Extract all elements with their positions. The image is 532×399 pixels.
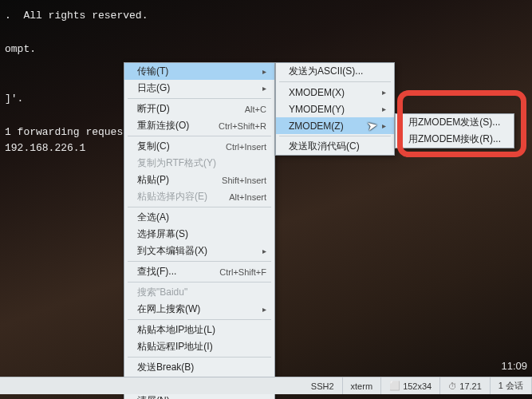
menu-separator — [128, 319, 271, 320]
terminal-line: . All rights reserved. — [5, 8, 527, 25]
context-menu-item-17: 搜索"Baidu" — [124, 284, 274, 301]
menu-separator — [128, 136, 271, 136]
context-menu-item-0[interactable]: 传输(T)▸ — [124, 63, 274, 80]
chevron-right-icon: ▸ — [377, 88, 386, 97]
terminal-line: ompt. — [5, 41, 527, 58]
context-menu-item-3[interactable]: 断开(D)Alt+C — [124, 101, 274, 117]
transfer-menu-item-3[interactable]: YMODEM(Y)▸ — [276, 101, 394, 117]
menu-item-label: 粘贴本地IP地址(L) — [137, 323, 266, 337]
context-menu-item-20[interactable]: 粘贴本地IP地址(L) — [124, 322, 274, 338]
submenu-zmodem[interactable]: 用ZMODEM发送(S)...用ZMODEM接收(R)... — [395, 113, 514, 148]
menu-separator — [279, 136, 391, 136]
menu-item-label: 传输(T) — [137, 65, 258, 78]
zmodem-menu-item-0[interactable]: 用ZMODEM发送(S)... — [396, 114, 514, 131]
chevron-right-icon: ▸ — [258, 67, 266, 76]
menu-item-label: 粘贴远程IP地址(I) — [137, 340, 266, 354]
menu-separator — [128, 282, 271, 282]
menu-item-accelerator: Alt+C — [238, 105, 266, 114]
context-menu-item-15[interactable]: 查找(F)...Ctrl+Shift+F — [124, 263, 274, 280]
context-menu-item-9: 粘贴选择内容(E)Alt+Insert — [124, 188, 274, 205]
menu-item-label: 发送为ASCII(S)... — [289, 65, 386, 78]
menu-item-label: XMODEM(X) — [289, 87, 377, 98]
menu-item-label: 到文本编辑器(X) — [137, 244, 258, 258]
menu-item-label: 全选(A) — [137, 211, 266, 224]
menu-item-label: ZMODEM(Z) — [289, 120, 377, 132]
menu-item-label: 清屏(N) — [137, 394, 266, 399]
context-menu-item-12[interactable]: 选择屏幕(S) — [124, 226, 274, 243]
status-connection: SSH2 — [303, 377, 343, 394]
submenu-transfer[interactable]: 发送为ASCII(S)...XMODEM(X)▸YMODEM(Y)▸ZMODEM… — [275, 62, 395, 156]
status-session-time: ⏱ 17.21 — [440, 377, 491, 394]
menu-item-label: 在网上搜索(W) — [137, 302, 258, 316]
menu-item-label: 日志(G) — [137, 81, 258, 95]
menu-item-label: 用ZMODEM发送(S)... — [408, 116, 506, 129]
chevron-right-icon: ▸ — [258, 84, 266, 93]
menu-item-accelerator: Alt+Insert — [223, 192, 266, 202]
menu-item-label: 重新连接(O) — [137, 119, 212, 132]
menu-item-accelerator: Shift+Insert — [215, 176, 266, 185]
context-menu-main[interactable]: 传输(T)▸日志(G)▸断开(D)Alt+C重新连接(O)Ctrl+Shift+… — [124, 62, 275, 399]
transfer-menu-item-0[interactable]: 发送为ASCII(S)... — [276, 63, 394, 80]
context-menu-item-21[interactable]: 粘贴远程IP地址(I) — [124, 338, 274, 355]
context-menu-item-8[interactable]: 粘贴(P)Shift+Insert — [124, 172, 274, 188]
menu-item-label: 断开(D) — [137, 102, 238, 116]
context-menu-item-13[interactable]: 到文本编辑器(X)▸ — [124, 243, 274, 259]
menu-separator — [128, 207, 271, 207]
clock-icon: ⏱ — [448, 381, 457, 391]
menu-item-label: 选择屏幕(S) — [137, 227, 266, 241]
context-menu-item-23[interactable]: 发送Break(B) — [124, 359, 274, 376]
transfer-menu-item-6[interactable]: 发送取消代码(C) — [276, 138, 394, 155]
terminal-line — [5, 25, 527, 41]
menu-item-label: 粘贴选择内容(E) — [137, 190, 223, 203]
menu-item-accelerator: Ctrl+Insert — [219, 142, 266, 152]
status-sessions: 1 会话 — [491, 377, 532, 394]
menu-separator — [279, 81, 391, 82]
menu-item-accelerator: Ctrl+Shift+F — [213, 267, 266, 277]
menu-separator — [128, 98, 271, 99]
context-menu-item-1[interactable]: 日志(G)▸ — [124, 80, 274, 97]
status-term: xterm — [343, 377, 382, 394]
status-bar: SSH2 xterm ⬜ 152x34 ⏱ 17.21 1 会话 — [0, 377, 532, 394]
zmodem-menu-item-1[interactable]: 用ZMODEM接收(R)... — [396, 131, 514, 148]
menu-item-label: 发送取消代码(C) — [289, 140, 386, 153]
status-size: ⬜ 152x34 — [381, 377, 440, 394]
menu-item-label: 搜索"Baidu" — [137, 286, 266, 299]
menu-item-label: 发送Break(B) — [137, 361, 266, 374]
context-menu-item-18[interactable]: 在网上搜索(W)▸ — [124, 301, 274, 318]
menu-separator — [128, 261, 271, 262]
transfer-menu-item-4[interactable]: ZMODEM(Z)▸ — [276, 117, 394, 134]
context-menu-item-4[interactable]: 重新连接(O)Ctrl+Shift+R — [124, 117, 274, 134]
menu-item-label: 粘贴(P) — [137, 173, 215, 187]
menu-item-label: 用ZMODEM接收(R)... — [408, 132, 506, 146]
transfer-menu-item-2[interactable]: XMODEM(X)▸ — [276, 84, 394, 101]
menu-item-label: 复制为RTF格式(Y) — [137, 156, 266, 170]
menu-separator — [128, 357, 271, 358]
context-menu-item-6[interactable]: 复制(C)Ctrl+Insert — [124, 138, 274, 155]
chevron-right-icon: ▸ — [258, 247, 266, 255]
system-clock: 11:09 — [501, 360, 527, 372]
size-icon: ⬜ — [389, 381, 400, 391]
menu-item-label: 查找(F)... — [137, 265, 213, 279]
menu-item-label: YMODEM(Y) — [289, 104, 377, 115]
chevron-right-icon: ▸ — [377, 121, 386, 130]
chevron-right-icon: ▸ — [258, 305, 266, 314]
context-menu-item-7: 复制为RTF格式(Y) — [124, 155, 274, 172]
chevron-right-icon: ▸ — [377, 105, 386, 113]
context-menu-item-11[interactable]: 全选(A) — [124, 209, 274, 226]
menu-item-label: 复制(C) — [137, 140, 219, 153]
menu-item-accelerator: Ctrl+Shift+R — [212, 121, 266, 131]
